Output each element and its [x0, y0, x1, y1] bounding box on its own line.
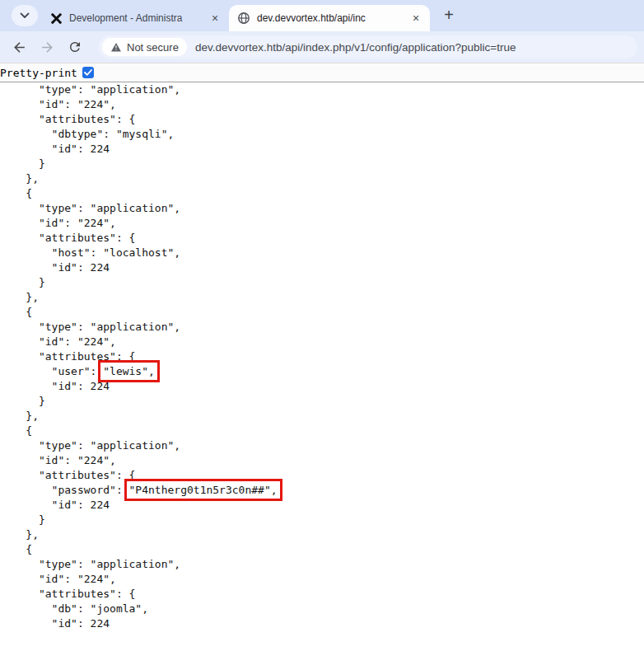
- json-line: "id": 224: [0, 142, 644, 157]
- json-line: },: [0, 290, 644, 305]
- json-line: "attributes": {: [0, 349, 644, 364]
- pretty-print-label: Pretty-print: [0, 67, 77, 79]
- json-line: "id": 224: [0, 616, 644, 631]
- json-line: }: [0, 157, 644, 171]
- close-icon[interactable]: ×: [408, 11, 423, 26]
- address-bar[interactable]: Not secure dev.devvortex.htb/api/index.p…: [99, 35, 637, 59]
- browser-window: Development - Administra × dev.devvortex…: [0, 0, 644, 651]
- json-line: "type": "application",: [0, 320, 644, 335]
- json-viewer: "type": "application", "id": "224", "att…: [0, 82, 644, 631]
- json-line: }: [0, 394, 644, 409]
- back-button[interactable]: [5, 33, 33, 61]
- tab-title: dev.devvortex.htb/api/inc: [257, 12, 404, 25]
- pretty-print-bar: Pretty-print: [0, 63, 644, 82]
- json-line: "id": 224: [0, 379, 644, 394]
- json-line: "id": "224",: [0, 97, 644, 112]
- json-line: {: [0, 186, 644, 201]
- json-line: "user": "lewis",: [0, 364, 644, 379]
- json-line: "attributes": {: [0, 468, 644, 483]
- json-line: },: [0, 409, 644, 424]
- warning-icon: [110, 42, 122, 53]
- url-text: dev.devvortex.htb/api/index.php/v1/confi…: [195, 41, 516, 54]
- json-line: }: [0, 513, 644, 527]
- highlight-box: "lewis",: [103, 365, 155, 377]
- security-chip[interactable]: Not secure: [102, 38, 187, 56]
- json-line: "db": "joomla",: [0, 602, 644, 616]
- json-line: "id": 224: [0, 260, 644, 275]
- browser-toolbar: Not secure dev.devvortex.htb/api/index.p…: [0, 31, 644, 63]
- tab-strip: Development - Administra × dev.devvortex…: [0, 0, 644, 31]
- close-icon[interactable]: ×: [208, 11, 222, 26]
- new-tab-button[interactable]: +: [436, 2, 461, 27]
- reload-icon: [68, 40, 82, 54]
- chevron-down-icon: [20, 12, 30, 19]
- json-line: {: [0, 424, 644, 438]
- json-line: },: [0, 171, 644, 186]
- tab-title: Development - Administra: [69, 12, 203, 25]
- forward-button[interactable]: [33, 33, 61, 61]
- json-line: "id": "224",: [0, 572, 644, 587]
- json-line: {: [0, 542, 644, 557]
- json-line: "type": "application",: [0, 82, 644, 97]
- json-line: "type": "application",: [0, 438, 644, 453]
- json-line: "dbtype": "mysqli",: [0, 127, 644, 142]
- json-line: "type": "application",: [0, 557, 644, 572]
- json-line: },: [0, 527, 644, 542]
- reload-button[interactable]: [61, 33, 89, 61]
- json-line: "attributes": {: [0, 112, 644, 127]
- tab-dev-devvortex-api[interactable]: dev.devvortex.htb/api/inc ×: [229, 5, 430, 31]
- json-line: "password": "P4ntherg0t1n5r3c0n##",: [0, 483, 644, 498]
- highlight-box: "P4ntherg0t1n5r3c0n##",: [129, 484, 278, 496]
- json-line: "attributes": {: [0, 231, 644, 246]
- json-line: "id": "224",: [0, 216, 644, 231]
- tab-search-button[interactable]: [12, 5, 38, 26]
- json-line: "attributes": {: [0, 587, 644, 602]
- json-lines: "type": "application", "id": "224", "att…: [0, 82, 644, 631]
- json-line: "id": 224: [0, 498, 644, 513]
- json-line: "id": "224",: [0, 453, 644, 468]
- checkmark-icon: [84, 69, 92, 76]
- tab-development-administrator[interactable]: Development - Administra ×: [41, 5, 229, 31]
- json-line: "host": "localhost",: [0, 246, 644, 260]
- json-line: "type": "application",: [0, 201, 644, 216]
- json-line: }: [0, 275, 644, 290]
- pretty-print-checkbox[interactable]: [82, 67, 94, 78]
- json-line: "id": "224",: [0, 335, 644, 349]
- joomla-icon: [49, 12, 63, 25]
- security-chip-label: Not secure: [127, 41, 179, 54]
- json-line: {: [0, 305, 644, 320]
- forward-arrow-icon: [40, 40, 55, 55]
- globe-icon: [237, 12, 250, 25]
- back-arrow-icon: [12, 40, 27, 55]
